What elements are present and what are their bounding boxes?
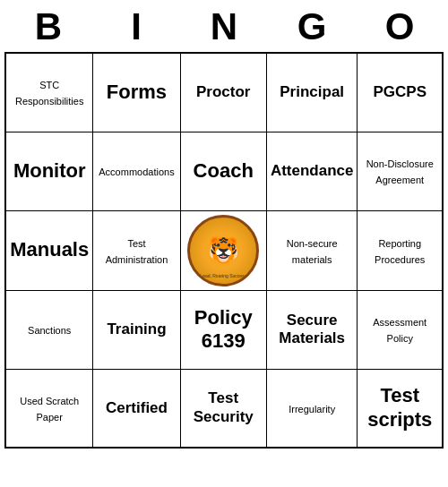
table-row: Manuals Test Administration 🐯 Lead, Roar…	[5, 210, 443, 290]
cell-r0c0: STC Responsibilities	[5, 53, 93, 132]
cell-text: Assessment Policy	[373, 317, 426, 344]
cell-r4c3: Irregularity	[266, 369, 358, 448]
cell-text: Non-secure materials	[287, 238, 338, 265]
cell-r3c1: Training	[93, 290, 180, 369]
cell-text: Sanctions	[28, 325, 71, 336]
table-row: Sanctions Training Policy 6139 Secure Ma…	[5, 290, 443, 369]
cell-r4c4: Test scripts	[358, 369, 443, 448]
cell-text: Policy 6139	[194, 306, 253, 352]
cell-r1c1: Accommodations	[93, 132, 180, 210]
bingo-header: B I N G O	[4, 0, 444, 52]
cell-r0c4: PGCPS	[358, 53, 443, 132]
cell-r4c2: Test Security	[180, 369, 266, 448]
cell-r1c4: Non-Disclosure Agreement	[358, 132, 443, 210]
tiger-icon: 🐯	[208, 238, 239, 263]
cell-text: Test Security	[194, 389, 254, 424]
cell-r1c3: Attendance	[266, 132, 358, 210]
cell-text: Forms	[107, 81, 167, 103]
cell-text: Test scripts	[367, 384, 432, 430]
cell-text: Reporting Procedures	[375, 238, 425, 265]
cell-r1c0: Monitor	[5, 132, 93, 210]
letter-i: I	[96, 5, 177, 48]
cell-text: Manuals	[10, 238, 89, 261]
cell-r3c2: Policy 6139	[180, 290, 266, 369]
table-row: STC Responsibilities Forms Proctor Princ…	[5, 53, 443, 132]
cell-r4c1: Certified	[93, 369, 180, 448]
cell-center: 🐯 Lead, Roaring Success	[180, 210, 266, 290]
cell-r1c2: Coach	[180, 132, 266, 210]
cell-r0c2: Proctor	[180, 53, 266, 132]
cell-text: Certified	[106, 399, 168, 416]
cell-text: PGCPS	[373, 83, 426, 100]
cell-r2c4: Reporting Procedures	[358, 210, 443, 290]
cell-text: Used Scratch Paper	[20, 396, 79, 423]
cell-r4c0: Used Scratch Paper	[5, 369, 93, 448]
letter-n: N	[184, 5, 264, 48]
cell-r3c4: Assessment Policy	[358, 290, 443, 369]
tiger-text: Lead, Roaring Success	[190, 273, 256, 278]
letter-g: G	[271, 5, 352, 48]
tiger-logo: 🐯 Lead, Roaring Success	[187, 215, 259, 286]
cell-text: Non-Disclosure Agreement	[366, 158, 434, 185]
cell-text: Test Administration	[106, 238, 168, 265]
bingo-grid: STC Responsibilities Forms Proctor Princ…	[4, 52, 444, 449]
letter-o: O	[359, 5, 440, 48]
cell-text: Training	[107, 320, 166, 337]
cell-text: Secure Materials	[279, 312, 345, 346]
cell-r2c1: Test Administration	[93, 210, 180, 290]
cell-r0c3: Principal	[266, 53, 358, 132]
table-row: Used Scratch Paper Certified Test Securi…	[5, 369, 443, 448]
cell-text: STC Responsibilities	[15, 80, 83, 107]
cell-text: Irregularity	[289, 404, 335, 414]
letter-b: B	[8, 5, 89, 48]
cell-text: Proctor	[196, 83, 250, 100]
cell-text: Attendance	[271, 162, 354, 179]
cell-r0c1: Forms	[93, 53, 180, 132]
cell-text: Principal	[280, 83, 344, 100]
cell-text: Accommodations	[99, 167, 174, 177]
cell-r2c3: Non-secure materials	[266, 210, 358, 290]
cell-text: Monitor	[13, 159, 86, 182]
table-row: Monitor Accommodations Coach Attendance …	[5, 132, 443, 210]
cell-text: Coach	[194, 159, 254, 182]
cell-r2c0: Manuals	[5, 210, 93, 290]
cell-r3c3: Secure Materials	[266, 290, 358, 369]
cell-r3c0: Sanctions	[5, 290, 93, 369]
